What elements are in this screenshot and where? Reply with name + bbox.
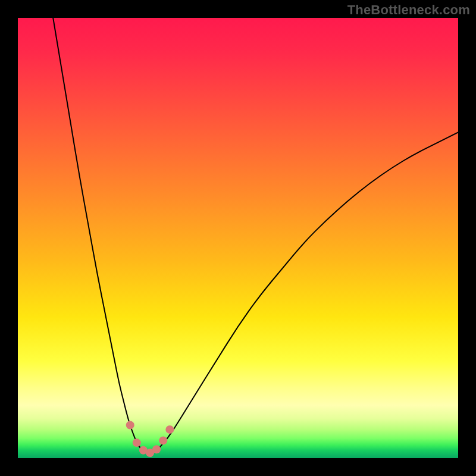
gradient-background bbox=[18, 18, 458, 458]
plot-area bbox=[18, 18, 458, 458]
watermark-text: TheBottleneck.com bbox=[347, 2, 470, 18]
chart-frame: TheBottleneck.com bbox=[0, 0, 476, 476]
